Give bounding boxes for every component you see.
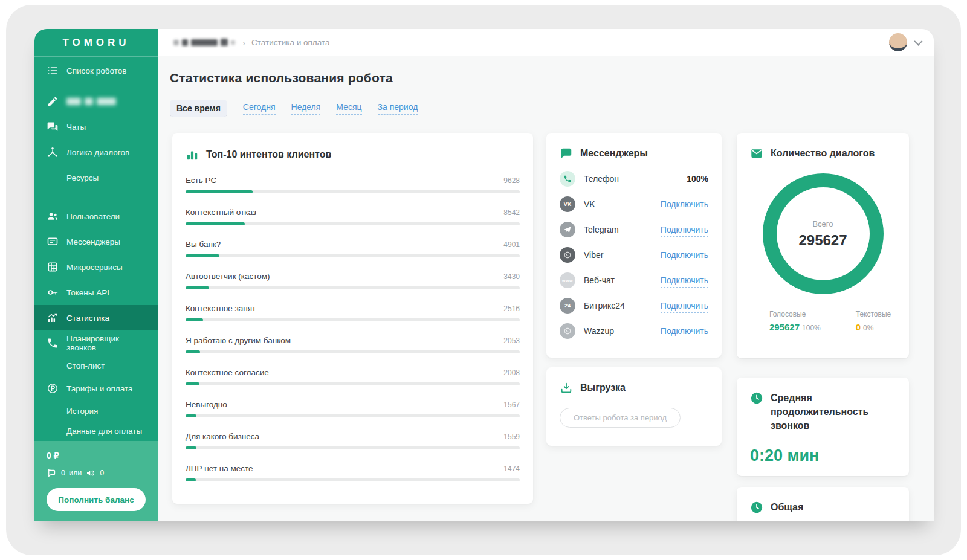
user-avatar[interactable] <box>889 33 907 51</box>
connect-link-viber[interactable]: Подключить <box>661 250 708 262</box>
intent-bar-fill <box>186 350 200 353</box>
intent-bar-fill <box>186 286 209 289</box>
avg-call-value: 0:20 мин <box>750 446 896 465</box>
export-robot-answers-button[interactable]: Ответы робота за период <box>560 408 681 428</box>
total-label: Всего <box>812 219 833 228</box>
messenger-row-viber: ViberПодключить <box>560 242 708 268</box>
text-stat: Текстовые 00% <box>856 310 891 332</box>
sidebar-item-messengers[interactable]: Мессенджеры <box>34 229 158 254</box>
intent-row: Я работаю с другим банком2053 <box>186 336 520 353</box>
sidebar: TOMORU Список роботовЧатыЛогика диалогов… <box>34 29 158 521</box>
messenger-row-phone: Телефон100% <box>560 166 708 191</box>
sidebar-item-label: Список роботов <box>66 66 126 76</box>
intent-row: Есть РС9628 <box>186 176 520 193</box>
sidebar-item-payment-data[interactable]: Данные для оплаты <box>34 421 158 441</box>
intent-bar-track <box>186 254 520 257</box>
download-icon <box>560 381 573 394</box>
intent-label: Невыгодно <box>186 400 227 409</box>
sidebar-item-call-scheduler[interactable]: Планировщик звонков <box>34 330 158 356</box>
sidebar-item-dialog-logic[interactable]: Логика диалогов <box>34 140 158 165</box>
intent-row: Автоответчик (кастом)3430 <box>186 272 520 289</box>
vk-icon: VK <box>560 196 575 212</box>
phone-share-value: 100% <box>687 174 708 184</box>
connect-link-wazzup[interactable]: Подключить <box>661 326 708 338</box>
bar-chart-icon <box>186 148 199 161</box>
tab-period-4[interactable]: За период <box>378 102 418 115</box>
connect-link-telegram[interactable]: Подключить <box>661 225 708 237</box>
sidebar-item-label: История <box>66 407 98 416</box>
intent-label: Я работаю с другим банком <box>186 336 291 345</box>
connect-link-vk[interactable]: Подключить <box>661 199 708 211</box>
connect-link-webchat[interactable]: Подключить <box>661 275 708 288</box>
sidebar-item-resources[interactable]: Ресурсы <box>34 165 158 190</box>
telegram-icon <box>560 222 575 237</box>
sidebar-divider <box>34 85 158 85</box>
intent-row: ЛПР нет на месте1474 <box>186 464 520 481</box>
sidebar-spacer <box>34 190 158 204</box>
tab-period-1[interactable]: Сегодня <box>243 102 276 115</box>
intent-bar-track <box>186 190 520 193</box>
messenger-rows: Телефон100%VKVKПодключитьTelegramПодключ… <box>560 166 708 344</box>
intent-value: 9628 <box>503 176 520 185</box>
dialogs-count: 0 <box>61 469 65 477</box>
intent-bar-fill <box>186 318 203 321</box>
messenger-name: Битрикс24 <box>584 301 625 311</box>
wazzup-icon <box>560 323 575 339</box>
connect-link-bitrix24[interactable]: Подключить <box>661 301 708 313</box>
intent-label: Есть РС <box>186 176 216 185</box>
messenger-name: Телефон <box>584 174 619 184</box>
intent-bar-fill <box>186 446 196 449</box>
intent-row: Невыгодно1567 <box>186 400 520 417</box>
chat-bubble-icon <box>560 147 573 160</box>
sidebar-item-api-tokens[interactable]: Токены API <box>34 280 158 305</box>
cards-area: Топ-10 интентов клиентов Есть РС9628Конт… <box>170 133 934 521</box>
intent-row: Контекстное занят2516 <box>186 304 520 321</box>
intent-label: Контекстный отказ <box>186 208 256 217</box>
intent-bar-fill <box>186 478 196 481</box>
messenger-row-vk: VKVKПодключить <box>560 191 708 217</box>
sidebar-item-microservices[interactable]: Микросервисы <box>34 254 158 280</box>
intent-row: Контекстное согласие2008 <box>186 368 520 385</box>
intent-value: 1474 <box>503 465 520 473</box>
sidebar-item-label: Чаты <box>66 123 86 132</box>
sidebar-item-label: Тарифы и оплата <box>66 384 133 393</box>
sidebar-item-label: Логика диалогов <box>66 148 129 157</box>
sidebar-item-stop-list[interactable]: Стоп-лист <box>34 356 158 376</box>
intent-row: Контекстный отказ8542 <box>186 208 520 225</box>
key-icon <box>47 286 59 298</box>
sidebar-item-chats[interactable]: Чаты <box>34 114 158 140</box>
chats-icon <box>47 121 59 133</box>
intent-bar-track <box>186 478 520 481</box>
webchat-icon: www <box>560 272 575 288</box>
avg-call-duration-card: Средняя продолжительность звонков 0:20 м… <box>737 378 909 476</box>
top-intents-card: Топ-10 интентов клиентов Есть РС9628Конт… <box>172 133 533 504</box>
redacted-robot-name <box>66 98 116 105</box>
sidebar-item-history[interactable]: История <box>34 401 158 421</box>
grid-icon <box>47 261 59 273</box>
or-label: или <box>69 469 82 477</box>
tab-period-2[interactable]: Неделя <box>291 102 321 115</box>
card-title: Мессенджеры <box>580 146 648 160</box>
sidebar-item-label: Данные для оплаты <box>66 426 142 436</box>
tab-period-0[interactable]: Все время <box>170 100 227 117</box>
phone-icon <box>47 337 59 349</box>
sidebar-item-robots-list[interactable]: Список роботов <box>34 58 158 83</box>
intent-value: 2008 <box>503 369 520 377</box>
messenger-row-wazzup: WazzupПодключить <box>560 318 708 344</box>
intent-bar-track <box>186 286 520 289</box>
dialogs-donut-chart: Всего 295627 <box>763 173 884 294</box>
sidebar-item-statistics[interactable]: Статистика <box>34 305 158 330</box>
sidebar-item-label: Мессенджеры <box>66 237 120 246</box>
sidebar-item-users[interactable]: Пользователи <box>34 204 158 229</box>
sidebar-item-robot-name[interactable] <box>34 89 158 114</box>
topup-balance-button[interactable]: Пополнить баланс <box>47 488 146 511</box>
chevron-down-icon[interactable] <box>914 37 922 46</box>
breadcrumb-chevron-icon: › <box>242 37 245 48</box>
intent-bar-track <box>186 414 520 417</box>
intent-value: 4901 <box>503 240 520 249</box>
sidebar-item-tariffs-payment[interactable]: Тарифы и оплата <box>34 376 158 401</box>
intent-label: Автоответчик (кастом) <box>186 272 270 281</box>
dialogs-count-card: Количество диалогов Всего 295627 Голосов… <box>737 133 909 358</box>
tab-period-3[interactable]: Месяц <box>336 102 361 115</box>
list-icon <box>47 65 59 77</box>
